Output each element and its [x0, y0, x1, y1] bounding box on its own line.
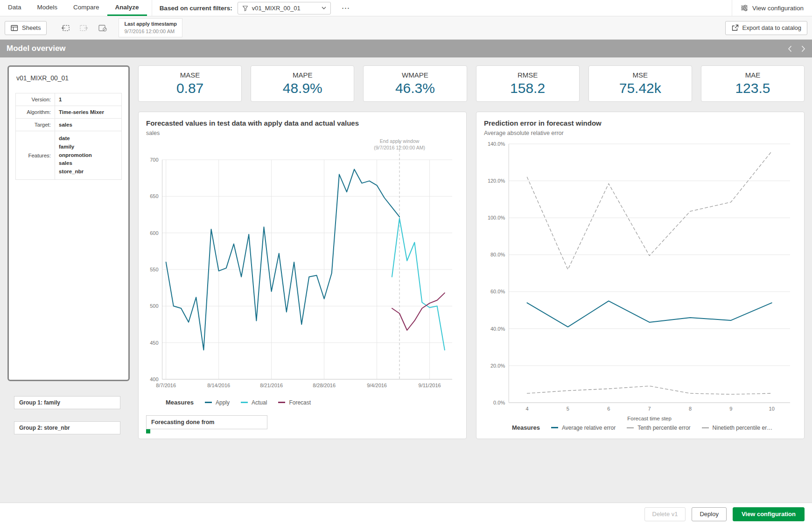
nav-tabs: Data Models Compare Analyze: [0, 0, 147, 16]
export-icon: [731, 24, 739, 31]
view-configuration-text: View configuration: [752, 5, 804, 12]
group-1-filter[interactable]: Group 1: family: [14, 396, 120, 409]
svg-text:9/4/2016: 9/4/2016: [367, 383, 387, 388]
sheet-header: Model overview: [0, 40, 812, 57]
actual-swatch: [241, 402, 248, 403]
current-filters-group: Based on current filters: v01_MIXR_00_01…: [152, 0, 363, 16]
last-apply-timestamp-value: 9/7/2016 12:00:00 AM: [124, 28, 176, 35]
selection-tools: [58, 21, 110, 35]
row-value: sales: [55, 119, 122, 131]
legend-item-tenth-percentile[interactable]: Tenth percentile error: [627, 425, 690, 431]
legend-title: Measures: [166, 399, 194, 406]
legend-item-forecast[interactable]: Forecast: [278, 399, 311, 406]
error-chart-title: Prediction error in forecast window: [484, 119, 797, 127]
tab-analyze-label: Analyze: [115, 4, 139, 11]
svg-text:400: 400: [150, 376, 158, 382]
kpi-mape: MAPE 48.9%: [251, 65, 354, 102]
svg-text:9/11/2016: 9/11/2016: [419, 383, 441, 388]
step-back-selection-button[interactable]: [58, 21, 73, 35]
delete-version-button[interactable]: Delete v1: [644, 507, 686, 521]
error-chart-subtitle: Average absolute relative error: [484, 130, 797, 136]
apply-swatch: [205, 402, 212, 403]
svg-text:Forecast time step: Forecast time step: [627, 416, 672, 421]
deploy-button[interactable]: Deploy: [692, 507, 726, 521]
view-configuration-button[interactable]: View configuration: [733, 507, 805, 521]
more-options-button[interactable]: ⋯: [336, 3, 356, 13]
table-row: Target: sales: [16, 119, 122, 131]
legend-item-actual[interactable]: Actual: [241, 399, 267, 406]
error-legend: Measures Average relative error Tenth pe…: [512, 424, 797, 431]
selection-indicator: [146, 429, 150, 433]
svg-text:120.0%: 120.0%: [488, 178, 505, 184]
legend-label: Ninetieth percentile er…: [713, 425, 773, 431]
forecast-chart-card: Forecasted values in test data with appl…: [138, 112, 467, 439]
kpi-mase: MASE 0.87: [138, 65, 242, 102]
svg-text:140.0%: 140.0%: [488, 141, 505, 147]
row-label: Version:: [16, 93, 55, 106]
svg-text:8/14/2016: 8/14/2016: [207, 383, 230, 388]
kpi-value: 46.3%: [395, 80, 435, 96]
svg-text:8/28/2016: 8/28/2016: [313, 383, 336, 388]
group-2-filter[interactable]: Group 2: store_nbr: [14, 421, 120, 434]
legend-label: Actual: [252, 399, 267, 406]
tab-models[interactable]: Models: [29, 0, 66, 16]
kpi-value: 158.2: [510, 80, 545, 96]
model-card[interactable]: v01_MIXR_00_01 Version: 1 Algorithm: Tim…: [7, 65, 130, 381]
row-label: Algorithm:: [16, 106, 55, 119]
clear-selections-button[interactable]: [95, 21, 110, 35]
group-2-label: Group 2: store_nbr: [19, 425, 70, 431]
legend-item-ninetieth-percentile[interactable]: Ninetieth percentile er…: [702, 425, 773, 431]
svg-text:10: 10: [769, 406, 775, 411]
export-data-button[interactable]: Export data to catalog: [725, 21, 807, 35]
error-chart-card: Prediction error in forecast window Aver…: [476, 112, 805, 439]
legend-label: Average relative error: [562, 425, 616, 431]
svg-text:600: 600: [150, 230, 158, 236]
chevron-down-icon: [322, 7, 326, 9]
legend-label: Tenth percentile error: [637, 425, 690, 431]
kpi-label: MSE: [633, 71, 648, 79]
model-details-table: Version: 1 Algorithm: Time-series Mixer …: [15, 93, 122, 180]
legend-item-apply[interactable]: Apply: [205, 399, 230, 406]
error-chart[interactable]: 0.0%20.0%40.0%60.0%80.0%100.0%120.0%140.…: [484, 138, 797, 424]
table-row: Features: date family onpromotion sales …: [16, 131, 122, 180]
kpi-label: WMAPE: [402, 71, 428, 79]
toolbar: Sheets Last apply timestamp 9/7/2016 12:…: [0, 16, 812, 40]
tenth-percentile-swatch: [627, 427, 634, 428]
sheets-button[interactable]: Sheets: [5, 21, 47, 35]
view-configuration-link[interactable]: View configuration: [732, 0, 812, 16]
svg-text:100.0%: 100.0%: [488, 215, 505, 220]
svg-text:500: 500: [150, 303, 158, 309]
legend-title: Measures: [512, 424, 540, 431]
forecast-chart-title: Forecasted values in test data with appl…: [146, 119, 459, 127]
forecast-chart[interactable]: 4004505005506006507008/7/20168/14/20168/…: [146, 138, 459, 391]
kpi-mae: MAE 123.5: [701, 65, 805, 102]
row-value: 1: [55, 93, 122, 106]
next-sheet-button[interactable]: [801, 45, 805, 52]
tab-compare-label: Compare: [73, 4, 99, 11]
step-forward-selection-button[interactable]: [77, 21, 91, 35]
legend-item-average-relative-error[interactable]: Average relative error: [551, 425, 616, 431]
tab-analyze[interactable]: Analyze: [107, 0, 147, 16]
row-label: Features:: [16, 131, 55, 180]
analysis-area: MASE 0.87 MAPE 48.9% WMAPE 46.3% RMSE 15…: [138, 65, 805, 495]
svg-text:450: 450: [150, 340, 158, 346]
sheets-label: Sheets: [22, 24, 41, 31]
top-nav: Data Models Compare Analyze Based on cur…: [0, 0, 812, 16]
sliders-icon: [741, 5, 748, 11]
previous-sheet-button[interactable]: [788, 45, 792, 52]
average-error-swatch: [551, 427, 558, 428]
kpi-wmape: WMAPE 46.3%: [363, 65, 467, 102]
current-filters-select[interactable]: v01_MIXR_00_01: [238, 2, 331, 14]
tab-models-label: Models: [37, 4, 58, 11]
legend-label: Apply: [216, 399, 230, 406]
table-row: Version: 1: [16, 93, 122, 106]
tab-compare[interactable]: Compare: [65, 0, 107, 16]
row-value: Time-series Mixer: [55, 106, 122, 119]
tab-data[interactable]: Data: [0, 0, 29, 16]
charts-row: Forecasted values in test data with appl…: [138, 112, 805, 439]
svg-text:700: 700: [150, 157, 158, 163]
forecasting-done-from-filter[interactable]: Forecasting done from: [146, 415, 267, 429]
svg-text:6: 6: [607, 406, 610, 411]
kpi-label: MAE: [745, 71, 761, 79]
last-apply-timestamp-label: Last apply timestamp: [124, 21, 176, 28]
